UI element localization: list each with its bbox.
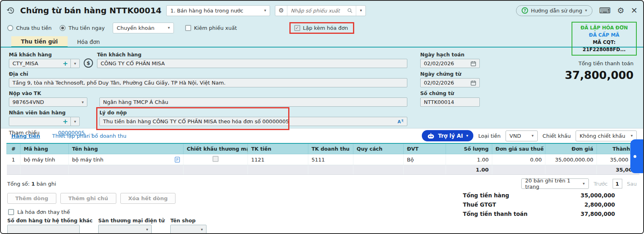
with-invoice-highlight-box: ✓ Lập kèm hóa đơn: [289, 22, 354, 34]
sales-voucher-window: Chứng từ bán hàng NTTK00014 1. Bán hàng …: [0, 0, 644, 234]
col-trade-discount[interactable]: Chiết khấu thương mại: [184, 143, 248, 154]
col-price-after-tax[interactable]: Đơn giá sau thuế: [492, 143, 545, 154]
translate-icon[interactable]: A: [397, 119, 404, 124]
current-page-box[interactable]: 1: [613, 179, 622, 188]
dates-column: Ngày hạch toán 02/02/2026 Ngày chứng từ …: [420, 52, 480, 110]
calendar-icon[interactable]: [471, 61, 476, 66]
page-size-select[interactable]: 20 bản ghi trên 1 trang ▾: [521, 178, 589, 189]
reference-label: Tham chiếu: [9, 130, 39, 136]
cell-cash-account[interactable]: 1121: [248, 154, 308, 165]
total-records-suffix: bản ghi: [37, 181, 56, 187]
chevron-down-icon: ▾: [198, 228, 206, 232]
posting-date-input[interactable]: 02/02/2026: [420, 59, 480, 68]
customer-code-input[interactable]: CTY_MISA + ▾: [9, 59, 80, 68]
cell-item-code[interactable]: bộ máy tính: [21, 154, 69, 165]
col-item-code[interactable]: Mã hàng: [21, 143, 69, 154]
settings-gear-icon[interactable]: ⚙: [617, 6, 624, 14]
cell-unit-price[interactable]: 35,000,000.00: [545, 154, 597, 165]
totals-summary: Tổng tiền hàng 35,000,000 Thuế GTGT 2,80…: [463, 191, 615, 218]
deposit-account-caret-icon: ▾: [78, 100, 87, 104]
cell-trade-discount[interactable]: [184, 154, 248, 165]
col-quantity[interactable]: Số lượng: [446, 143, 492, 154]
col-revenue-account[interactable]: TK doanh thu: [308, 143, 353, 154]
ecommerce-platform-label: Sàn thương mại điện tử: [98, 217, 165, 224]
table-summary-row: 1.00 35,000: [7, 165, 640, 175]
delete-all-rows-button[interactable]: Xóa hết dòng: [120, 193, 176, 204]
col-unit[interactable]: ĐVT: [404, 143, 446, 154]
deposit-account-select[interactable]: 987654VND ▾: [9, 97, 87, 107]
cell-revenue-account[interactable]: 5111: [308, 154, 353, 165]
checkbox-export-slip[interactable]: Kiêm phiếu xuất: [185, 25, 237, 31]
ecommerce-platform-select[interactable]: ▾: [98, 225, 152, 234]
close-icon[interactable]: ✕: [631, 6, 638, 14]
reference-link[interactable]: 00000005: [58, 130, 85, 136]
help-guide-button[interactable]: ? Hướng dẫn sử dụng ▾: [516, 5, 592, 16]
cell-item-name[interactable]: bộ máy tính: [69, 154, 184, 165]
col-unit-price[interactable]: Đơn giá: [545, 143, 597, 154]
add-note-button[interactable]: Thêm ghi chú: [60, 193, 116, 204]
col-item-name[interactable]: Tên hàng: [69, 143, 184, 154]
history-icon[interactable]: [6, 6, 15, 15]
table-header-row: # Mã hàng Tên hàng Chiết khấu thương mại…: [7, 143, 640, 154]
add-customer-icon[interactable]: +: [63, 60, 68, 67]
address-input[interactable]: Tầng 9, tòa nhà Technosoft, phố Duy Tân,…: [9, 78, 407, 87]
document-no-label: Số chứng từ: [420, 90, 480, 96]
customer-code-caret-icon[interactable]: ▾: [71, 62, 79, 66]
cell-spec[interactable]: [353, 154, 404, 165]
reason-input[interactable]: Thu tiền bán hàng CÔNG TY CỔ PHẦN MISA t…: [99, 117, 407, 126]
customer-finance-icon[interactable]: $: [84, 58, 93, 68]
document-type-select[interactable]: 1. Bán hàng hóa trong nước ▾: [166, 5, 270, 16]
document-no-input[interactable]: NTTK00014: [420, 97, 480, 107]
salesperson-caret-icon[interactable]: ▾: [71, 120, 79, 124]
col-cash-account[interactable]: TK tiền: [248, 143, 308, 154]
next-page-button[interactable]: Sau: [627, 181, 637, 187]
tab-hoa-don[interactable]: Hóa đơn: [68, 37, 109, 47]
currency-label: Loại tiền: [478, 133, 501, 139]
salesperson-input[interactable]: + ▾: [9, 117, 80, 126]
discount-select[interactable]: Không chiết khấu ▾: [576, 130, 637, 141]
checkbox-with-invoice[interactable]: ✓ Lập kèm hóa đơn: [294, 25, 348, 31]
col-index[interactable]: #: [7, 143, 21, 154]
search-icon: [347, 6, 356, 16]
item-note-icon[interactable]: [175, 157, 180, 163]
total-goods-value: 35,000,000: [581, 192, 615, 199]
prev-page-button[interactable]: Trước: [594, 181, 608, 187]
keyboard-shortcuts-icon[interactable]: ⌨: [599, 6, 611, 14]
document-date-input[interactable]: 02/02/2026: [420, 78, 480, 87]
grand-total-label: Tổng tiền thanh toán: [565, 60, 634, 66]
checkbox-checked-icon: ✓: [294, 25, 300, 31]
cell-price-after-tax[interactable]: 0.00: [492, 154, 545, 165]
radio-not-collected[interactable]: Chưa thu tiền: [7, 25, 52, 31]
bottom-block: Thêm dòng Thêm ghi chú Xóa hết dòng Tổng…: [1, 189, 643, 234]
currency-select[interactable]: VND ▾: [506, 130, 538, 141]
reference-more-link[interactable]: ...: [89, 130, 93, 136]
shop-name-select[interactable]: ▾: [170, 225, 206, 234]
bank-name-input[interactable]: Ngân hàng TMCP Á Châu: [99, 97, 407, 107]
grand-total-value: 37,800,000: [565, 69, 634, 81]
payment-method-select[interactable]: Chuyển khoản ▾: [113, 23, 174, 33]
add-row-button[interactable]: Thêm dòng: [7, 193, 56, 204]
records-line: Tổng số: 1 bản ghi 20 bản ghi trên 1 tra…: [1, 175, 643, 189]
search-caret-icon[interactable]: ▾: [356, 6, 365, 16]
help-icon: ?: [522, 7, 528, 14]
cell-quantity[interactable]: 1.00: [446, 154, 492, 165]
checkbox-icon[interactable]: [213, 156, 219, 162]
search-input[interactable]: [287, 6, 347, 16]
voucher-form: Mã khách hàng CTY_MISA + ▾ $ Tên khách h…: [1, 48, 643, 128]
payment-options-row: Chưa thu tiền Thu tiền ngay Chuyển khoản…: [1, 20, 643, 35]
cell-unit[interactable]: Bộ: [404, 154, 446, 165]
calendar-icon[interactable]: [471, 80, 476, 86]
radio-collect-now[interactable]: Thu tiền ngay: [60, 25, 105, 31]
add-salesperson-icon[interactable]: +: [63, 118, 68, 125]
tab-thu-tien-gui[interactable]: Thu tiền gửi: [11, 36, 68, 48]
external-order-input[interactable]: [7, 225, 80, 234]
ai-assistant-button[interactable]: Trợ lý AI ▾: [422, 130, 473, 141]
search-settings-gear-icon[interactable]: ⚙: [275, 6, 287, 16]
posting-date-label: Ngày hạch toán: [420, 52, 480, 58]
checkbox-icon: [185, 25, 191, 31]
table-row: 1 bộ máy tính bộ máy tính: [7, 154, 640, 165]
customer-code-label: Mã khách hàng: [9, 52, 80, 58]
side-panel-toggle[interactable]: [630, 139, 644, 173]
customer-name-input[interactable]: CÔNG TY CỔ PHẦN MISA: [97, 59, 407, 68]
col-spec[interactable]: Quy cách: [353, 143, 404, 154]
